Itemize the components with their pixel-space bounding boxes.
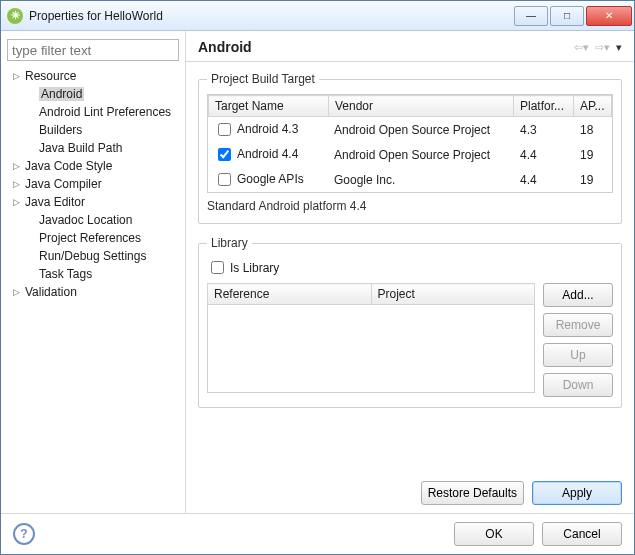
target-row[interactable]: Google APIsGoogle Inc.4.419 (208, 167, 612, 192)
tree-item-java-code-style[interactable]: ▷Java Code Style (7, 157, 179, 175)
tree-item-label: Android Lint Preferences (39, 105, 171, 119)
help-icon[interactable]: ? (13, 523, 35, 545)
is-library-checkbox[interactable] (211, 261, 224, 274)
target-row[interactable]: Android 4.4Android Open Source Project4.… (208, 142, 612, 167)
tree-item-android[interactable]: Android (7, 85, 179, 103)
window-buttons: — □ ✕ (512, 6, 632, 26)
tree-item-validation[interactable]: ▷Validation (7, 283, 179, 301)
tree-item-run-debug-settings[interactable]: Run/Debug Settings (7, 247, 179, 265)
tree-item-label: Project References (39, 231, 141, 245)
library-legend: Library (207, 236, 252, 250)
library-header-project[interactable]: Project (371, 284, 535, 305)
target-checkbox[interactable] (218, 148, 231, 161)
project-build-target-group: Project Build Target Target Name Vendor … (198, 72, 622, 224)
tree-item-label: Java Code Style (25, 159, 112, 173)
target-vendor: Android Open Source Project (328, 142, 514, 167)
content-body: Project Build Target Target Name Vendor … (186, 62, 634, 477)
category-tree[interactable]: ▷ResourceAndroidAndroid Lint Preferences… (7, 67, 179, 301)
target-vendor: Google Inc. (328, 167, 514, 192)
tree-item-java-compiler[interactable]: ▷Java Compiler (7, 175, 179, 193)
tree-twisty-icon[interactable]: ▷ (11, 287, 21, 297)
tree-item-label: Java Build Path (39, 141, 122, 155)
apply-button[interactable]: Apply (532, 481, 622, 505)
back-icon[interactable]: ⇦▾ (572, 41, 591, 54)
tree-item-label: Java Editor (25, 195, 85, 209)
remove-button[interactable]: Remove (543, 313, 613, 337)
target-platform: 4.4 (514, 142, 574, 167)
library-buttons: Add... Remove Up Down (543, 283, 613, 397)
content-header: Android ⇦▾ ⇨▾ ▾ (186, 31, 634, 62)
tree-item-label: Run/Debug Settings (39, 249, 146, 263)
window-title: Properties for HelloWorld (29, 9, 512, 23)
page-title: Android (198, 39, 572, 55)
tree-item-label: Validation (25, 285, 77, 299)
tree-twisty-icon[interactable]: ▷ (11, 71, 21, 81)
target-table[interactable]: Target Name Vendor Platfor... AP... Andr… (207, 94, 613, 193)
filter-input[interactable] (7, 39, 179, 61)
standard-platform-text: Standard Android platform 4.4 (207, 199, 613, 213)
target-platform: 4.3 (514, 117, 574, 142)
tree-twisty-icon[interactable]: ▷ (11, 179, 21, 189)
tree-item-label: Builders (39, 123, 82, 137)
header-toolbar: ⇦▾ ⇨▾ ▾ (572, 41, 624, 54)
target-vendor: Android Open Source Project (328, 117, 514, 142)
tree-item-java-build-path[interactable]: Java Build Path (7, 139, 179, 157)
forward-icon[interactable]: ⇨▾ (593, 41, 612, 54)
target-checkbox[interactable] (218, 123, 231, 136)
tree-item-label: Javadoc Location (39, 213, 132, 227)
tree-twisty-icon[interactable]: ▷ (11, 197, 21, 207)
target-api: 18 (574, 117, 612, 142)
target-platform: 4.4 (514, 167, 574, 192)
tree-twisty-icon[interactable]: ▷ (11, 161, 21, 171)
target-header-platform[interactable]: Platfor... (514, 96, 574, 117)
maximize-button[interactable]: □ (550, 6, 584, 26)
sidebar: ▷ResourceAndroidAndroid Lint Preferences… (1, 31, 186, 513)
target-api: 19 (574, 142, 612, 167)
target-name: Android 4.4 (237, 147, 298, 161)
library-header-reference[interactable]: Reference (208, 284, 372, 305)
dialog-body: ▷ResourceAndroidAndroid Lint Preferences… (1, 31, 634, 513)
tree-item-label: Resource (25, 69, 76, 83)
tree-item-resource[interactable]: ▷Resource (7, 67, 179, 85)
title-bar[interactable]: ✳ Properties for HelloWorld — □ ✕ (1, 1, 634, 31)
tree-item-builders[interactable]: Builders (7, 121, 179, 139)
restore-defaults-button[interactable]: Restore Defaults (421, 481, 524, 505)
app-icon: ✳ (7, 8, 23, 24)
tree-item-label: Android (39, 87, 84, 101)
up-button[interactable]: Up (543, 343, 613, 367)
project-build-target-legend: Project Build Target (207, 72, 319, 86)
content-pane: Android ⇦▾ ⇨▾ ▾ Project Build Target Tar… (186, 31, 634, 513)
close-button[interactable]: ✕ (586, 6, 632, 26)
library-group: Library Is Library Reference Project (198, 236, 622, 408)
is-library-label[interactable]: Is Library (230, 261, 279, 275)
tree-item-label: Task Tags (39, 267, 92, 281)
target-checkbox[interactable] (218, 173, 231, 186)
properties-dialog: ✳ Properties for HelloWorld — □ ✕ ▷Resou… (0, 0, 635, 555)
library-table[interactable]: Reference Project (207, 283, 535, 393)
target-row[interactable]: Android 4.3Android Open Source Project4.… (208, 117, 612, 142)
dialog-footer: ? OK Cancel (1, 513, 634, 554)
target-api: 19 (574, 167, 612, 192)
target-header-name[interactable]: Target Name (209, 96, 329, 117)
ok-button[interactable]: OK (454, 522, 534, 546)
tree-item-android-lint-preferences[interactable]: Android Lint Preferences (7, 103, 179, 121)
target-header-vendor[interactable]: Vendor (329, 96, 514, 117)
down-button[interactable]: Down (543, 373, 613, 397)
tree-item-label: Java Compiler (25, 177, 102, 191)
target-name: Android 4.3 (237, 122, 298, 136)
tree-item-java-editor[interactable]: ▷Java Editor (7, 193, 179, 211)
tree-item-project-references[interactable]: Project References (7, 229, 179, 247)
tree-item-task-tags[interactable]: Task Tags (7, 265, 179, 283)
add-button[interactable]: Add... (543, 283, 613, 307)
cancel-button[interactable]: Cancel (542, 522, 622, 546)
target-header-api[interactable]: AP... (574, 96, 612, 117)
view-menu-icon[interactable]: ▾ (614, 41, 624, 54)
minimize-button[interactable]: — (514, 6, 548, 26)
target-name: Google APIs (237, 172, 304, 186)
page-actions: Restore Defaults Apply (186, 477, 634, 513)
tree-item-javadoc-location[interactable]: Javadoc Location (7, 211, 179, 229)
